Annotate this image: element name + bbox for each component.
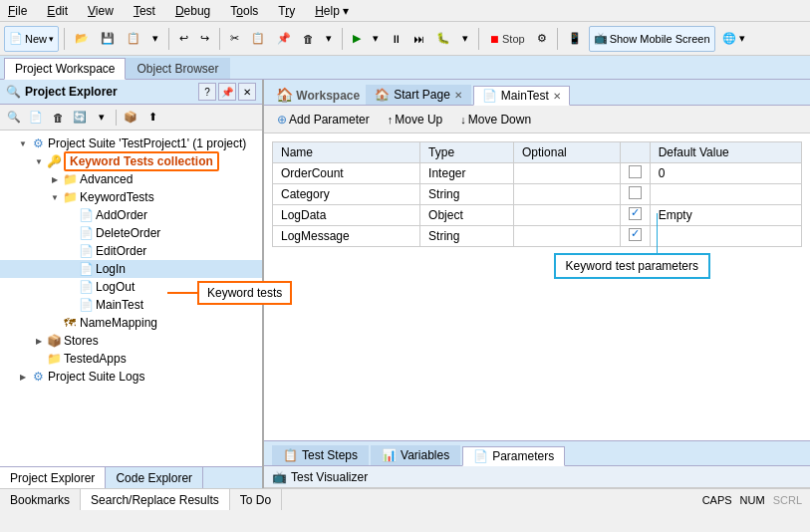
maintest-icon: 📄	[78, 297, 94, 313]
stores-expand[interactable]	[32, 334, 46, 348]
tree-deleteorder[interactable]: 📄 DeleteOrder	[0, 224, 262, 242]
paste-button[interactable]: 📌	[272, 26, 296, 52]
table-row: LogMessage String	[273, 226, 802, 247]
new-dropdown-arrow: ▾	[49, 34, 54, 44]
new-button[interactable]: 📄 New ▾	[4, 26, 59, 52]
tree-editorder[interactable]: 📄 EditOrder	[0, 242, 262, 260]
menu-file[interactable]: File	[4, 3, 31, 19]
tree-testedapps[interactable]: TestedApps	[0, 350, 262, 368]
explorer-close-btn[interactable]: ✕	[238, 83, 256, 101]
explorer-tb4[interactable]: 🔄	[70, 108, 90, 128]
kw-collection-expand[interactable]	[32, 154, 46, 168]
kwtests-expand[interactable]	[48, 190, 62, 204]
explorer-tb5[interactable]: ▾	[92, 108, 112, 128]
row2-type[interactable]: String	[420, 184, 514, 205]
menu-try[interactable]: Try	[274, 3, 299, 19]
row3-type[interactable]: Object	[420, 205, 514, 226]
move-up-button[interactable]: ↑ Move Up	[381, 110, 450, 130]
row1-name[interactable]: OrderCount	[273, 163, 420, 184]
row1-type[interactable]: Integer	[420, 163, 514, 184]
tb-extra1[interactable]: 📋	[122, 26, 145, 52]
run-button[interactable]: ▶	[348, 26, 366, 52]
tab-object-browser[interactable]: Object Browser	[126, 58, 229, 79]
run-options[interactable]: ▾	[368, 26, 384, 52]
suitelog-expand[interactable]	[16, 370, 30, 384]
suitelog-icon: ⚙	[30, 369, 46, 385]
row2-cb[interactable]	[620, 184, 650, 205]
maintest-tab-icon: 📄	[482, 89, 497, 103]
explorer-help-btn[interactable]: ?	[198, 83, 216, 101]
tb-extra2[interactable]: ▾	[147, 26, 163, 52]
menu-tools[interactable]: Tools	[226, 3, 262, 19]
start-page-close[interactable]: ✕	[454, 90, 462, 101]
logout-icon: 📄	[78, 279, 94, 295]
tb-extra5[interactable]: ⏭	[408, 26, 429, 52]
tb-mobile-device[interactable]: 📱	[563, 26, 587, 52]
menu-help[interactable]: Help ▾	[311, 3, 353, 19]
main-toolbar: 📄 New ▾ 📂 💾 📋 ▾ ↩ ↪ ✂ 📋 📌 🗑 ▾ ▶ ▾ ⏸ ⏭ 🐛 …	[0, 22, 810, 56]
explorer-tb2[interactable]: 📄	[26, 108, 46, 128]
row1-default[interactable]: 0	[650, 163, 801, 184]
tb-extra6[interactable]: 🐛	[431, 26, 455, 52]
undo-button[interactable]: ↩	[174, 26, 193, 52]
left-tab-code-explorer[interactable]: Code Explorer	[106, 467, 203, 488]
add-parameter-button[interactable]: ⊕ Add Parameter	[270, 110, 377, 130]
root-expand[interactable]	[16, 136, 30, 150]
tab-start-page[interactable]: 🏠 Start Page ✕	[366, 85, 471, 105]
explorer-tb6[interactable]: 📦	[121, 108, 140, 128]
menu-debug[interactable]: Debug	[171, 3, 214, 19]
show-mobile-screen-button[interactable]: 📺 Show Mobile Screen	[589, 26, 715, 52]
open-button[interactable]: 📂	[70, 26, 94, 52]
cut-button[interactable]: ✂	[225, 26, 244, 52]
tb-extra9[interactable]: 🌐 ▾	[717, 26, 750, 52]
delete-button[interactable]: 🗑	[298, 26, 319, 52]
tb-extra3[interactable]: ▾	[321, 26, 337, 52]
new-label: New	[25, 33, 47, 45]
row3-name[interactable]: LogData	[273, 205, 420, 226]
redo-button[interactable]: ↪	[195, 26, 214, 52]
tree-root-item[interactable]: ⚙ Project Suite 'TestProject1' (1 projec…	[0, 134, 262, 152]
move-down-button[interactable]: ↓ Move Down	[453, 110, 538, 130]
row4-name[interactable]: LogMessage	[273, 226, 420, 247]
row2-name[interactable]: Category	[273, 184, 420, 205]
explorer-pin-btn[interactable]: 📌	[218, 83, 236, 101]
tree-stores[interactable]: 📦 Stores	[0, 332, 262, 350]
tree-suite-logs[interactable]: ⚙ Project Suite Logs	[0, 368, 262, 386]
maintest-close[interactable]: ✕	[553, 91, 561, 102]
tree-keyword-collection[interactable]: 🔑 Keyword Tests collection	[0, 152, 262, 170]
tab-parameters[interactable]: 📄 Parameters	[462, 446, 565, 466]
left-tab-project-explorer[interactable]: Project Explorer	[0, 467, 106, 488]
explorer-tb3[interactable]: 🗑	[48, 108, 68, 128]
row4-type[interactable]: String	[420, 226, 514, 247]
explorer-tb7[interactable]: ⬆	[142, 108, 162, 128]
root-icon: ⚙	[30, 135, 46, 151]
callout-box: Keyword tests	[197, 281, 292, 305]
advanced-expand[interactable]	[48, 172, 62, 186]
tab-project-workspace[interactable]: Project Workspace	[4, 58, 126, 80]
tree-advanced[interactable]: Advanced	[0, 170, 262, 188]
menu-test[interactable]: Test	[130, 3, 159, 19]
menu-edit[interactable]: Edit	[43, 3, 72, 19]
tb-extra4[interactable]: ⏸	[386, 26, 406, 52]
status-tab-search[interactable]: Search/Replace Results	[81, 489, 230, 510]
status-tab-bookmarks[interactable]: Bookmarks	[0, 489, 81, 510]
tree-keywordtests[interactable]: 📁 KeywordTests	[0, 188, 262, 206]
tb-extra8[interactable]: ⚙	[532, 26, 552, 52]
menu-view[interactable]: View	[84, 3, 118, 19]
copy-button[interactable]: 📋	[246, 26, 270, 52]
tree-addorder[interactable]: 📄 AddOrder	[0, 206, 262, 224]
tb-extra7[interactable]: ▾	[457, 26, 473, 52]
tab-test-steps[interactable]: 📋 Test Steps	[272, 445, 369, 465]
nm-expand	[48, 316, 62, 330]
status-tab-todo[interactable]: To Do	[230, 489, 282, 510]
explorer-tb1[interactable]: 🔍	[4, 108, 24, 128]
tree-login[interactable]: 📄 LogIn	[0, 260, 262, 278]
stop-button[interactable]: ⏹ Stop	[484, 26, 530, 52]
row2-default[interactable]	[650, 184, 801, 205]
table-row: Category String	[273, 184, 802, 205]
row1-cb[interactable]	[620, 163, 650, 184]
save-button[interactable]: 💾	[96, 26, 120, 52]
tab-maintest[interactable]: 📄 MainTest ✕	[473, 86, 570, 106]
tree-namemapping[interactable]: 🗺 NameMapping	[0, 314, 262, 332]
tab-variables[interactable]: 📊 Variables	[371, 445, 460, 465]
